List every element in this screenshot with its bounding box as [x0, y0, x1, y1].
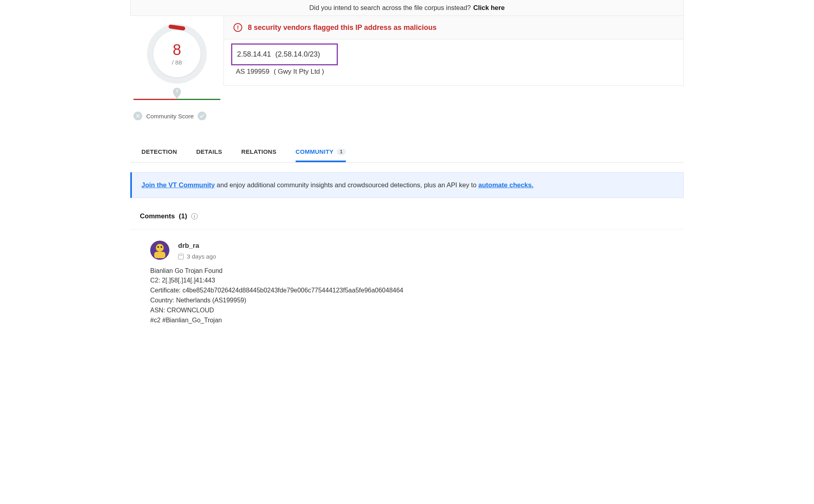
join-community-banner: Join the VT Community and enjoy addition…: [130, 172, 684, 198]
calendar-icon: [178, 254, 184, 259]
join-community-link[interactable]: Join the VT Community: [141, 181, 215, 188]
community-badge: 1: [337, 149, 346, 155]
automate-checks-link[interactable]: automate checks.: [479, 181, 534, 188]
tab-community[interactable]: COMMUNITY 1: [296, 143, 346, 162]
click-here-link[interactable]: Click here: [473, 4, 505, 12]
malicious-flag-text: 8 security vendors flagged this IP addre…: [248, 24, 437, 32]
comments-header: Comments (1) i: [130, 204, 684, 229]
community-vote-up-icon[interactable]: [198, 112, 206, 120]
ip-range-value: (2.58.14.0/23): [275, 50, 320, 58]
svg-point-3: [156, 244, 164, 252]
svg-rect-4: [154, 252, 165, 258]
tab-relations[interactable]: RELATIONS: [241, 143, 277, 162]
asn-value: AS 199959: [236, 68, 269, 75]
svg-point-6: [161, 246, 162, 248]
detection-score-arc: [169, 24, 186, 31]
avatar[interactable]: [150, 241, 169, 260]
info-icon[interactable]: i: [191, 213, 198, 220]
file-corpus-prompt: Did you intend to search across the file…: [130, 0, 684, 16]
tab-details[interactable]: DETAILS: [196, 143, 222, 162]
community-score-pin: ?: [173, 88, 181, 99]
malicious-flag-banner: ! 8 security vendors flagged this IP add…: [224, 16, 684, 39]
ip-info-panel: 2.58.14.41 (2.58.14.0/23) AS 199959 ( Gw…: [224, 39, 684, 86]
file-corpus-prompt-text: Did you intend to search across the file…: [309, 4, 471, 12]
community-vote-down-icon[interactable]: [133, 112, 142, 120]
ip-address-value: 2.58.14.41: [237, 50, 271, 58]
as-name-value: ( Gwy It Pty Ltd ): [274, 68, 324, 75]
community-score-label: Community Score: [146, 113, 194, 120]
svg-point-5: [157, 246, 159, 248]
join-community-text: and enjoy additional community insights …: [215, 181, 478, 188]
comments-header-label: Comments: [140, 212, 175, 220]
comment-author[interactable]: drb_ra: [178, 241, 674, 251]
comment-body-text: Bianlian Go Trojan Found C2: 2[.]58[.]14…: [150, 266, 674, 326]
comment-timestamp: 3 days ago: [187, 252, 216, 261]
tab-detection[interactable]: DETECTION: [141, 143, 177, 162]
detection-score-total: / 88: [172, 59, 182, 66]
detection-score-value: 8: [173, 42, 181, 57]
comments-count: (1): [179, 212, 187, 220]
ip-address-box: 2.58.14.41 (2.58.14.0/23): [231, 43, 338, 65]
detection-score-gauge: 8 / 88: [147, 24, 207, 84]
tab-bar: DETECTION DETAILS RELATIONS COMMUNITY 1: [130, 143, 684, 163]
warning-icon: !: [233, 23, 242, 32]
community-score-bar: ?: [133, 97, 220, 104]
comment-item: drb_ra 3 days ago Bianlian Go Trojan Fou…: [130, 229, 684, 325]
